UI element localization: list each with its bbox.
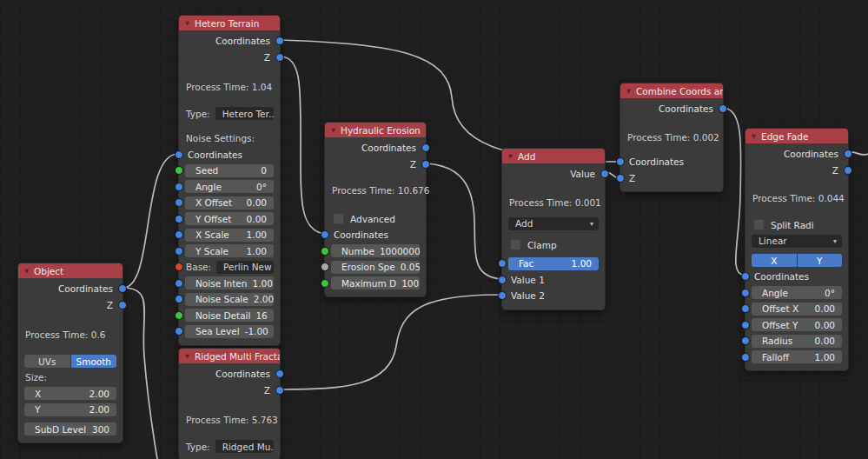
hetero-terrain-coordinates-output-socket[interactable] <box>275 37 284 45</box>
erosion-spe-field[interactable]: Erosion Spe0.05 <box>331 261 420 274</box>
noise-scale-field[interactable]: Noise Scale2.00 <box>185 293 274 306</box>
advanced-checkbox[interactable]: Advanced <box>325 213 395 224</box>
offset-y-field[interactable]: Offset Y0.00 <box>752 318 842 331</box>
x-scale-field[interactable]: X Scale1.00 <box>185 229 274 242</box>
angle-field[interactable]: Angle0° <box>185 180 274 193</box>
node-header-combine-coords[interactable]: ▼Combine Coords and... <box>620 83 723 98</box>
node-ridged-multi-fractal[interactable]: ▼Ridged Multi FractalCoordinatesZProcess… <box>178 348 281 459</box>
node-editor-canvas[interactable]: ▼ObjectCoordinatesZProcess Time: 0.6UVsS… <box>0 0 868 459</box>
radius-field[interactable]: Radius0.00 <box>752 335 842 348</box>
node-hydraulic-erosion[interactable]: ▼Hydraulic ErosionCoordinatesZProcess Ti… <box>324 122 427 297</box>
hetero-terrain-z-output-socket[interactable] <box>275 53 284 62</box>
node-edge-fade[interactable]: ▼Edge FadeCoordinatesZProcess Time: 0.04… <box>745 128 849 371</box>
collapse-icon[interactable]: ▼ <box>331 126 335 133</box>
maximum-d-field[interactable]: Maximum D100 <box>331 276 420 289</box>
offset-x-field[interactable]: Offset X0.00 <box>752 303 842 316</box>
hydraulic-erosion-numbe-input-socket[interactable] <box>321 247 329 256</box>
hetero-terrain-sea-level-input-socket[interactable] <box>175 327 183 336</box>
collapse-icon[interactable]: ▼ <box>626 87 631 94</box>
input-row: Coordinates <box>620 154 723 170</box>
combine-coords-coordinates-input-socket[interactable] <box>616 157 625 166</box>
hydraulic-erosion-erosion-spe-input-socket[interactable] <box>321 263 329 271</box>
node-header-object[interactable]: ▼Object <box>18 263 123 278</box>
node-header-edge-fade[interactable]: ▼Edge Fade <box>745 129 848 143</box>
hydraulic-erosion-coordinates-input-socket[interactable] <box>321 230 329 239</box>
node-header-add[interactable]: ▼Add <box>502 149 605 163</box>
static-label: Process Time: 10.676 <box>325 185 429 196</box>
hetero-terrain-y-scale-input-socket[interactable] <box>175 247 183 256</box>
object-coordinates-output-socket[interactable] <box>118 284 127 293</box>
collapse-icon[interactable]: ▼ <box>24 267 29 274</box>
hetero-terrain-base-input-socket[interactable] <box>175 263 183 271</box>
edge-fade-radius-input-socket[interactable] <box>741 336 750 345</box>
collapse-icon[interactable]: ▼ <box>508 152 513 159</box>
edge-fade-falloff-input-socket[interactable] <box>741 353 750 362</box>
hetero-terrain-x-offset-input-socket[interactable] <box>175 198 183 207</box>
field-value: 2.00 <box>84 404 109 415</box>
numbe-field[interactable]: Numbe1000000 <box>331 244 420 257</box>
subd-level-field[interactable]: SubD Level300 <box>24 422 116 436</box>
angle-field[interactable]: Angle0° <box>752 286 842 299</box>
add-value-1-input-socket[interactable] <box>498 276 507 284</box>
collapse-icon[interactable]: ▼ <box>185 19 189 26</box>
combine-coords-z-input-socket[interactable] <box>616 174 625 183</box>
hetero-ter-dropdown[interactable]: Hetero Ter...▾ <box>215 107 274 120</box>
node-header-ridged-multi-fractal[interactable]: ▼Ridged Multi Fractal <box>179 349 280 363</box>
hydraulic-erosion-maximum-d-input-socket[interactable] <box>321 279 329 288</box>
x-toggle-button[interactable]: X <box>752 254 797 267</box>
uvs-toggle-button[interactable]: UVs <box>24 355 70 368</box>
collapse-icon[interactable]: ▼ <box>752 132 756 139</box>
smooth-toggle-button[interactable]: Smooth <box>71 355 117 368</box>
noise-inten-field[interactable]: Noise Inten1.00 <box>185 276 274 289</box>
noise-detail-field[interactable]: Noise Detail16 <box>185 309 274 322</box>
y-toggle-button[interactable]: Y <box>798 254 843 267</box>
edge-fade-angle-input-socket[interactable] <box>741 289 750 297</box>
split-radi-checkbox[interactable]: Split Radi <box>745 219 814 230</box>
ridged-multi-fractal-coordinates-output-socket[interactable] <box>275 369 284 378</box>
combine-coords-coordinates-output-socket[interactable] <box>719 104 727 113</box>
node-header-hetero-terrain[interactable]: ▼Hetero Terrain <box>179 16 280 30</box>
hetero-terrain-noise-inten-input-socket[interactable] <box>175 279 183 288</box>
edge-fade-offset-x-input-socket[interactable] <box>741 304 750 313</box>
y-field[interactable]: Y2.00 <box>24 403 116 416</box>
node-hetero-terrain[interactable]: ▼Hetero TerrainCoordinatesZProcess Time:… <box>178 15 281 346</box>
edge-fade-coordinates-input-socket[interactable] <box>741 272 750 281</box>
field-row: X Offset0.00 <box>179 195 280 211</box>
hetero-terrain-x-scale-input-socket[interactable] <box>175 230 183 239</box>
y-scale-field[interactable]: Y Scale1.00 <box>185 244 274 257</box>
hydraulic-erosion-coordinates-output-socket[interactable] <box>421 143 430 152</box>
hetero-terrain-angle-input-socket[interactable] <box>175 183 183 191</box>
hetero-terrain-noise-detail-input-socket[interactable] <box>175 311 183 320</box>
checkbox-box <box>510 239 521 250</box>
hetero-terrain-seed-input-socket[interactable] <box>175 166 183 175</box>
hydraulic-erosion-z-output-socket[interactable] <box>421 160 430 169</box>
falloff-field[interactable]: Falloff1.00 <box>752 350 842 363</box>
hetero-terrain-noise-scale-input-socket[interactable] <box>175 295 183 303</box>
edge-fade-coordinates-output-socket[interactable] <box>844 150 852 158</box>
node-combine-coords[interactable]: ▼Combine Coords and...CoordinatesProcess… <box>620 83 724 192</box>
x-field[interactable]: X2.00 <box>24 387 116 400</box>
y-offset-field[interactable]: Y Offset0.00 <box>185 212 274 225</box>
add-fac-input-socket[interactable] <box>498 259 507 268</box>
node-header-hydraulic-erosion[interactable]: ▼Hydraulic Erosion <box>325 123 426 137</box>
node-add[interactable]: ▼AddValueProcess Time: 0.001Add▾ClampFac… <box>501 148 606 310</box>
collapse-icon[interactable]: ▼ <box>185 352 189 359</box>
sea-level-field[interactable]: Sea Level-1.00 <box>185 325 274 338</box>
linear-dropdown[interactable]: Linear▾ <box>752 235 842 248</box>
edge-fade-offset-y-input-socket[interactable] <box>741 321 750 329</box>
clamp-checkbox[interactable]: Clamp <box>502 239 557 250</box>
add-dropdown[interactable]: Add▾ <box>508 217 599 230</box>
seed-field[interactable]: Seed0 <box>185 164 274 177</box>
ridged-mu-dropdown[interactable]: Ridged Mu...▾ <box>215 440 274 453</box>
hetero-terrain-coordinates-input-socket[interactable] <box>175 150 183 159</box>
ridged-multi-fractal-z-output-socket[interactable] <box>275 386 284 395</box>
add-value-output-socket[interactable] <box>600 170 609 178</box>
object-z-output-socket[interactable] <box>118 301 127 309</box>
edge-fade-z-output-socket[interactable] <box>844 166 852 175</box>
fac-field[interactable]: Fac1.00 <box>508 257 599 270</box>
hetero-terrain-y-offset-input-socket[interactable] <box>175 215 183 223</box>
add-value-2-input-socket[interactable] <box>498 291 507 300</box>
node-object[interactable]: ▼ObjectCoordinatesZProcess Time: 0.6UVsS… <box>17 263 123 443</box>
x-offset-field[interactable]: X Offset0.00 <box>185 196 274 210</box>
perlin-new-dropdown[interactable]: Perlin New▾ <box>216 261 274 274</box>
